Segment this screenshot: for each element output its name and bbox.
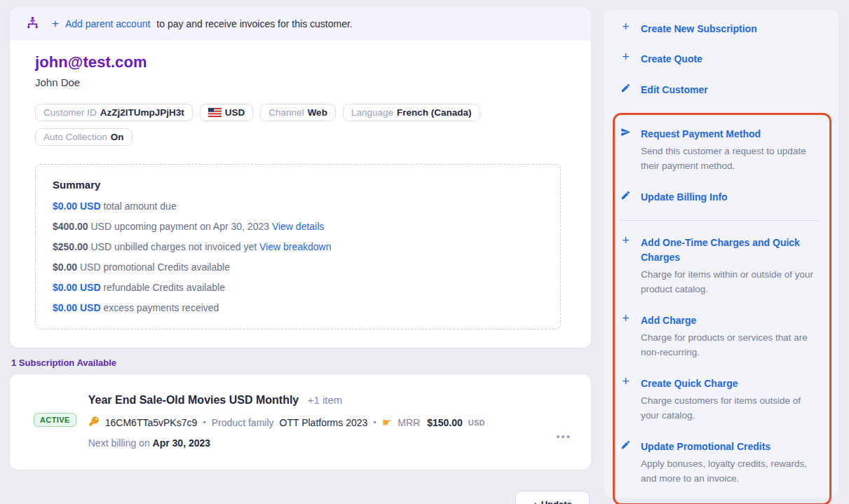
customer-badges: Customer IDAzZj2lTUmpJPjH3tUSDChannelWeb…	[35, 104, 512, 146]
summary-text: total amount due	[101, 200, 177, 212]
summary-row: $0.00 USD total amount due	[53, 200, 543, 212]
plus-icon: +	[622, 52, 630, 62]
badge-value: USD	[225, 107, 245, 118]
badge-channel[interactable]: ChannelWeb	[260, 104, 336, 121]
badge-auto-collection[interactable]: Auto CollectionOn	[35, 128, 133, 146]
sidebar-item-label: Create Quote	[641, 52, 823, 66]
summary-amount[interactable]: $0.00	[53, 200, 77, 212]
us-flag-icon	[208, 108, 222, 117]
summary-amount: $400.00	[53, 221, 88, 232]
pencil-icon	[620, 83, 631, 93]
banner-text: to pay and receive invoices for this cus…	[156, 18, 352, 29]
mrr-label: MRR	[398, 417, 420, 428]
sidebar-item-create-quote[interactable]: +Create Quote	[604, 52, 838, 66]
summary-row: $0.00 USD excess payments received	[53, 302, 543, 313]
badge-language[interactable]: LanguageFrench (Canada)	[343, 104, 480, 121]
sidebar-item-label: Update Billing Info	[641, 190, 820, 204]
parent-account-banner: + Add parent account to pay and receive …	[10, 7, 591, 41]
hierarchy-icon	[25, 15, 40, 32]
summary-text: promotional Credits available	[101, 261, 230, 273]
badge-value: AzZj2lTUmpJPjH3t	[100, 107, 184, 118]
sidebar-item-description: Charge for products or services that are…	[641, 331, 820, 360]
plus-icon: +	[622, 376, 630, 387]
sidebar-item-label: Edit Customer	[641, 83, 823, 97]
divider	[620, 503, 820, 503]
summary-text: excess payments received	[101, 302, 219, 313]
summary-link[interactable]: View breakdown	[259, 241, 331, 252]
next-billing-date: Apr 30, 2023	[153, 437, 211, 449]
badge-value: On	[111, 132, 124, 142]
badge-value: Web	[308, 107, 327, 118]
summary-currency: USD	[77, 261, 100, 273]
summary-title: Summary	[53, 179, 543, 191]
sidebar-item-description: Send this customer a request to update t…	[641, 144, 820, 174]
summary-amount: $0.00	[53, 261, 77, 273]
badge-value: French (Canada)	[397, 107, 472, 118]
plus-icon: +	[622, 236, 630, 246]
summary-row: $250.00 USD unbilled charges not invoice…	[53, 241, 543, 252]
subscriptions-header: 1 Subscription Available	[11, 357, 591, 368]
badge-customer-id[interactable]: Customer IDAzZj2lTUmpJPjH3t	[35, 104, 193, 121]
plus-icon: +	[52, 17, 59, 31]
summary-box: Summary $0.00 USD total amount due$400.0…	[35, 164, 561, 329]
sidebar-item-description: Charge for items within or outside of yo…	[641, 268, 820, 297]
customer-card: + Add parent account to pay and receive …	[10, 7, 591, 348]
badge-label: Channel	[269, 107, 304, 118]
customer-name: John Doe	[35, 76, 566, 88]
summary-row: $0.00 USD refundable Credits available	[53, 282, 543, 293]
sidebar-item-update-billing-info[interactable]: Update Billing Info	[615, 190, 829, 204]
sidebar-item-description: Charge customers for items outside of yo…	[641, 394, 820, 423]
badge-label: Customer ID	[43, 107, 97, 118]
sidebar-item-update-promotional-credits[interactable]: Update Promotional CreditsApply bonuses,…	[615, 440, 829, 486]
plus-icon: +	[622, 22, 630, 32]
main-column: + Add parent account to pay and receive …	[10, 7, 591, 470]
highlighted-actions-group: Request Payment MethodSend this customer…	[613, 113, 831, 504]
sidebar-item-label: Update Promotional Credits	[641, 440, 820, 454]
sidebar-item-label: Add One-Time Charges and Quick Charges	[641, 236, 820, 264]
update-button[interactable]: ↑ Update	[515, 491, 590, 504]
summary-link[interactable]: View details	[272, 221, 324, 232]
pencil-icon	[620, 190, 631, 200]
subscription-id: 16CM6TTa5vPKs7c9	[105, 417, 198, 428]
sidebar-item-create-quick-charge[interactable]: +Create Quick ChargeCharge customers for…	[615, 376, 829, 423]
next-billing-label: Next billing on	[88, 437, 150, 449]
summary-row: $400.00 USD upcoming payment on Apr 30, …	[53, 221, 543, 232]
add-parent-account-link[interactable]: Add parent account	[65, 18, 150, 29]
sidebar-item-edit-customer[interactable]: Edit Customer	[604, 83, 838, 97]
bullet-separator: •	[373, 417, 376, 428]
summary-text: refundable Credits available	[101, 282, 225, 293]
sidebar-item-label: Create Quick Charge	[641, 376, 820, 390]
bullet-separator: •	[203, 417, 206, 428]
pencil-icon	[620, 440, 631, 450]
summary-text: unbilled charges not invoiced yet	[111, 241, 259, 252]
up-arrow-icon: ↑	[533, 499, 538, 504]
summary-row: $0.00 USD promotional Credits available	[53, 261, 543, 273]
pointing-hand-icon: ☛	[382, 417, 392, 428]
summary-currency: USD	[88, 241, 111, 252]
subscription-menu-icon[interactable]: •••	[556, 430, 571, 442]
subscription-card: ACTIVE Year End Sale-Old Movies USD Mont…	[10, 374, 591, 470]
summary-currency: USD	[88, 221, 111, 232]
summary-amount[interactable]: $0.00	[53, 282, 77, 293]
sidebar-item-add-one-time-charges-and-quick-charges[interactable]: +Add One-Time Charges and Quick ChargesC…	[615, 236, 829, 297]
summary-currency: USD	[77, 282, 100, 293]
sidebar-item-label: Request Payment Method	[641, 127, 820, 141]
customer-email: john@test.com	[35, 53, 566, 71]
summary-currency: USD	[77, 200, 100, 212]
summary-amount[interactable]: $0.00	[53, 302, 77, 313]
divider	[620, 220, 820, 221]
sidebar-item-request-payment-method[interactable]: Request Payment MethodSend this customer…	[615, 127, 829, 174]
summary-amount: $250.00	[53, 241, 88, 252]
actions-sidebar: +Create New Subscription+Create QuoteEdi…	[604, 10, 838, 498]
sidebar-item-label: Create New Subscription	[641, 22, 823, 36]
subscription-extra-items[interactable]: +1 item	[308, 394, 343, 406]
send-icon	[620, 127, 631, 137]
sidebar-item-add-charge[interactable]: +Add ChargeCharge for products or servic…	[615, 313, 829, 360]
sidebar-item-create-new-subscription[interactable]: +Create New Subscription	[604, 22, 838, 36]
subscription-title: Year End Sale-Old Movies USD Monthly	[88, 394, 299, 406]
mrr-amount: $150.00	[427, 417, 463, 428]
plus-icon: +	[622, 313, 630, 324]
badge-currency[interactable]: USD	[200, 104, 254, 121]
sidebar-item-label: Add Charge	[641, 313, 820, 327]
update-button-label: Update	[541, 499, 572, 504]
